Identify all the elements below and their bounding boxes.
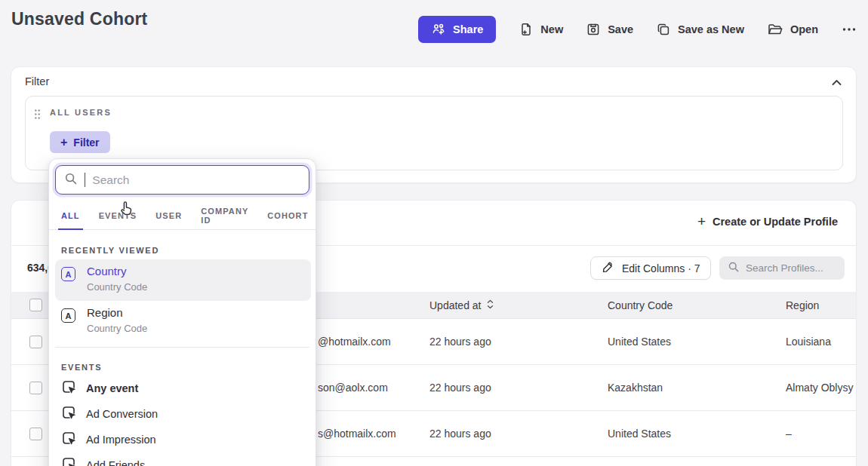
- more-actions-button[interactable]: [841, 22, 857, 37]
- app-window: Unsaved Cohort Share: [0, 0, 868, 466]
- create-or-update-profile-label: Create or Update Profile: [713, 216, 838, 228]
- sort-icon[interactable]: [487, 299, 494, 311]
- list-item-region[interactable]: A Region Country Code: [55, 301, 311, 342]
- list-item-country[interactable]: A Country Country Code: [55, 259, 311, 301]
- chevron-up-icon: [832, 77, 842, 88]
- column-header-updated-at[interactable]: Updated at: [429, 292, 494, 318]
- cell-country-code: United States: [608, 411, 671, 456]
- search-icon: [64, 172, 78, 189]
- tab-all[interactable]: ALL: [61, 201, 80, 229]
- cell-country-code: United States: [608, 319, 671, 364]
- tab-company-id[interactable]: COMPANY ID: [201, 201, 248, 229]
- cell-email: @hotmailx.com: [318, 319, 391, 364]
- event-title: Add Friends: [86, 459, 145, 466]
- select-all-checkbox[interactable]: [29, 299, 42, 311]
- create-or-update-profile-button[interactable]: + Create or Update Profile: [697, 214, 838, 228]
- cell-updated-at: 22 hours ago: [429, 365, 491, 410]
- column-header-region[interactable]: Region: [786, 292, 819, 318]
- save-as-new-button[interactable]: Save as New: [656, 22, 744, 37]
- column-header-label: Country Code: [608, 299, 673, 311]
- folder-open-icon: [767, 22, 783, 37]
- new-button[interactable]: New: [519, 22, 563, 37]
- save-as-new-button-label: Save as New: [678, 23, 744, 35]
- edit-columns-button[interactable]: Edit Columns · 7: [590, 256, 711, 280]
- cell-updated-at: 22 hours ago: [429, 319, 491, 364]
- property-picker-dropdown: ALL EVENTS USER COMPANY ID COHORT RECENT…: [48, 158, 316, 466]
- tab-cohort[interactable]: COHORT: [267, 201, 308, 229]
- letter-a-icon: A: [61, 267, 75, 281]
- divider: [55, 347, 309, 348]
- share-button[interactable]: Share: [418, 16, 496, 43]
- event-title: Ad Conversion: [86, 408, 158, 420]
- cell-region: –: [786, 411, 792, 456]
- add-filter-button-label: Filter: [73, 136, 99, 149]
- event-title: Ad Impression: [86, 434, 156, 446]
- profiles-search-input[interactable]: [746, 262, 829, 274]
- collapse-filter-button[interactable]: [829, 74, 845, 91]
- event-title: Any event: [86, 382, 138, 394]
- drag-handle-icon[interactable]: [34, 109, 41, 119]
- new-button-label: New: [540, 23, 563, 35]
- hand-cursor-icon: [117, 200, 134, 220]
- event-click-icon: [61, 431, 76, 449]
- cell-email: son@aolx.com: [318, 365, 388, 410]
- cell-updated-at: 22 hours ago: [429, 411, 491, 456]
- cell-country-code: Kazakhstan: [608, 365, 663, 410]
- list-item-any-event[interactable]: Any event: [61, 376, 303, 401]
- header-actions: Share New Save: [418, 16, 857, 43]
- profiles-search: [719, 256, 845, 280]
- save-button-label: Save: [608, 23, 633, 35]
- item-subtitle: Country Code: [87, 281, 147, 293]
- cell-region: Louisiana: [786, 319, 831, 364]
- event-click-icon: [61, 405, 76, 423]
- save-button[interactable]: Save: [586, 22, 633, 37]
- tab-user[interactable]: USER: [155, 201, 182, 229]
- more-dots-icon: [841, 22, 857, 37]
- event-click-icon: [61, 379, 76, 397]
- cell-region: Almaty Oblysy: [786, 365, 853, 410]
- filter-group-label: ALL USERS: [50, 108, 112, 117]
- new-document-icon: [519, 22, 534, 37]
- row-checkbox[interactable]: [29, 336, 42, 348]
- row-checkbox[interactable]: [29, 428, 42, 440]
- row-checkbox[interactable]: [29, 382, 42, 394]
- column-header-country-code[interactable]: Country Code: [608, 292, 673, 318]
- dropdown-tabs: ALL EVENTS USER COMPANY ID COHORT: [49, 201, 315, 230]
- add-filter-button[interactable]: + Filter: [50, 131, 110, 153]
- plus-icon: +: [60, 136, 67, 149]
- search-icon: [728, 261, 740, 276]
- list-item-ad-conversion[interactable]: Ad Conversion: [61, 401, 303, 427]
- dropdown-search-input[interactable]: [92, 173, 288, 187]
- text-caret: [85, 173, 85, 187]
- open-button-label: Open: [790, 23, 818, 35]
- copy-icon: [656, 22, 671, 37]
- dropdown-search: [55, 165, 309, 195]
- item-title: Country: [87, 265, 127, 277]
- item-title: Region: [87, 306, 123, 319]
- column-header-label: Updated at: [429, 299, 482, 311]
- page-title: Unsaved Cohort: [11, 9, 147, 29]
- item-subtitle: Country Code: [87, 323, 147, 334]
- pencil-icon: [602, 261, 614, 276]
- list-item-add-friends[interactable]: Add Friends: [61, 452, 303, 466]
- share-button-label: Share: [453, 23, 483, 35]
- list-item-ad-impression[interactable]: Ad Impression: [61, 427, 303, 452]
- save-icon: [586, 22, 601, 37]
- event-click-icon: [61, 456, 76, 466]
- share-people-icon: [431, 22, 446, 37]
- edit-columns-label: Edit Columns · 7: [622, 262, 700, 274]
- events-heading: EVENTS: [61, 363, 102, 372]
- plus-icon: +: [697, 214, 706, 228]
- cell-email: s@hotmailx.com: [318, 411, 396, 456]
- open-button[interactable]: Open: [767, 22, 818, 37]
- column-header-label: Region: [786, 299, 819, 311]
- recently-viewed-heading: RECENTLY VIEWED: [61, 246, 159, 255]
- letter-a-icon: A: [61, 308, 75, 323]
- filter-panel-title: Filter: [25, 75, 49, 87]
